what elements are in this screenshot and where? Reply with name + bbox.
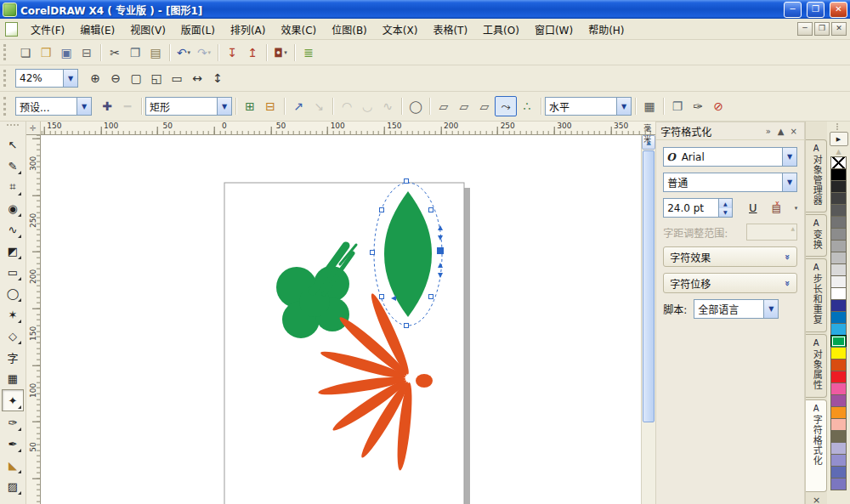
spin-down-icon[interactable]: ▼: [719, 208, 732, 218]
chevron-down-icon[interactable]: ▼: [616, 98, 631, 115]
color-swatch[interactable]: [830, 335, 847, 348]
color-swatch[interactable]: [830, 442, 847, 455]
shape-combo[interactable]: 矩形 ▼: [145, 97, 232, 116]
toolbar-grip[interactable]: [3, 97, 12, 116]
menu-item-7[interactable]: 文本(X): [375, 20, 426, 39]
scrollbar-track[interactable]: [642, 423, 655, 504]
menu-item-3[interactable]: 版面(L): [173, 20, 223, 39]
toolbar-grip[interactable]: [3, 70, 12, 87]
color-swatch[interactable]: [830, 192, 847, 205]
smart-fill-tool[interactable]: ◩: [3, 241, 23, 261]
save-button[interactable]: ▣: [56, 43, 76, 62]
menu-item-0[interactable]: 文件(F): [23, 20, 72, 39]
font-style-combo[interactable]: 普通 ▼: [663, 173, 797, 192]
color-swatch[interactable]: [830, 371, 847, 383]
redo-button[interactable]: ↷▾: [194, 43, 214, 62]
menu-item-2[interactable]: 视图(V): [122, 20, 173, 39]
underline-button[interactable]: U: [743, 199, 763, 218]
zoom-tool[interactable]: ◉: [3, 198, 23, 218]
paste-button[interactable]: ▤: [145, 43, 166, 62]
color-swatch[interactable]: [830, 311, 847, 324]
undo-button[interactable]: ↶▾: [173, 43, 194, 62]
close-button[interactable]: ✕: [830, 2, 847, 18]
font-size-spinner[interactable]: 24.0 pt ▲▼: [663, 198, 733, 218]
eyedropper-pick-button[interactable]: ✑: [688, 97, 708, 116]
menu-item-9[interactable]: 工具(O): [475, 20, 527, 39]
menu-item-10[interactable]: 窗口(W): [527, 20, 581, 39]
shape-tool[interactable]: ✎: [3, 156, 23, 176]
add-preset-button[interactable]: ✚: [97, 97, 117, 116]
break-nodes-button[interactable]: ↘: [309, 97, 329, 116]
cut-button[interactable]: ✂: [105, 43, 125, 62]
color-swatch[interactable]: [830, 466, 847, 479]
menu-item-4[interactable]: 排列(A): [223, 20, 274, 39]
chevron-down-icon[interactable]: ▾: [208, 49, 212, 56]
zoom-in-button[interactable]: ⊕: [85, 69, 105, 88]
character-effects-section[interactable]: 字符效果 »: [663, 246, 797, 267]
collapse-icon[interactable]: ▲: [774, 127, 787, 136]
envelope-single-arc-button[interactable]: ▱: [454, 97, 474, 116]
chevron-down-icon[interactable]: ▼: [782, 148, 796, 166]
envelope-unconstrained-button[interactable]: ⤳: [495, 96, 517, 116]
character-shift-section[interactable]: 字符位移 »: [663, 273, 797, 293]
polygon-tool[interactable]: ✶: [3, 304, 23, 325]
color-swatch[interactable]: [830, 359, 847, 371]
curve-smooth-button[interactable]: ◡: [357, 97, 377, 116]
remove-preset-button[interactable]: ━: [117, 97, 138, 116]
import-button[interactable]: ↧: [222, 43, 242, 62]
color-swatch[interactable]: [830, 299, 847, 312]
clear-envelope-button[interactable]: ⊘: [708, 97, 728, 116]
chevron-down-icon[interactable]: ▼: [782, 173, 796, 191]
kerning-input[interactable]: ▲: [746, 224, 797, 241]
direction-combo[interactable]: 水平 ▼: [545, 97, 632, 116]
retain-lines-button[interactable]: ▦: [639, 97, 660, 116]
color-swatch[interactable]: [830, 180, 847, 193]
zoom-out-button[interactable]: ⊖: [105, 69, 126, 88]
app-launcher-button[interactable]: ◘▾: [270, 43, 291, 62]
copy-properties-button[interactable]: ❐: [667, 97, 688, 116]
color-swatch[interactable]: [830, 228, 847, 241]
print-button[interactable]: ⊟: [76, 43, 97, 62]
maximize-button[interactable]: ❐: [807, 2, 824, 18]
interactive-distortion-tool[interactable]: ✦: [2, 389, 24, 411]
docker-tab-0[interactable]: A对象管理器: [806, 139, 827, 212]
basic-shapes-tool[interactable]: ◇: [3, 326, 23, 346]
chevron-down-icon[interactable]: ▾: [795, 205, 798, 212]
chevron-down-icon[interactable]: ▼: [63, 70, 77, 87]
curve-wave-button[interactable]: ∿: [377, 97, 398, 116]
new-document-button[interactable]: ❏: [15, 43, 36, 62]
no-color-swatch[interactable]: [830, 156, 847, 169]
color-swatch[interactable]: [830, 240, 847, 252]
mdi-minimize-button[interactable]: ─: [797, 22, 813, 36]
color-swatch[interactable]: [830, 168, 847, 181]
double-chevron-down-icon[interactable]: »: [782, 253, 793, 259]
freehand-tool[interactable]: ∿: [3, 219, 23, 240]
starburst-center-dot[interactable]: [416, 374, 433, 388]
menu-item-11[interactable]: 帮助(H): [581, 20, 632, 39]
scrollbar-thumb[interactable]: [643, 150, 654, 422]
character-effects-button[interactable]: ▤x: [768, 200, 789, 217]
eyedropper-tool[interactable]: ✑: [3, 412, 23, 433]
join-nodes-button[interactable]: ↗: [288, 97, 309, 116]
vertical-ruler[interactable]: 30025020015010050: [26, 135, 41, 504]
docker-tab-2[interactable]: A步长和重复: [806, 258, 827, 332]
options-button[interactable]: ≣: [298, 43, 319, 62]
text-tool[interactable]: 字: [3, 347, 23, 367]
menu-item-1[interactable]: 编辑(E): [72, 20, 122, 39]
color-swatch[interactable]: [830, 394, 847, 407]
palette-flyout-icon[interactable]: ▶: [830, 132, 848, 146]
horizontal-ruler[interactable]: 15010050050100150200250300350毫米: [41, 122, 655, 135]
color-swatch[interactable]: [830, 204, 847, 217]
palette-grip[interactable]: [836, 123, 842, 130]
zoom-page-button[interactable]: ▭: [167, 69, 187, 88]
zoom-page-height-button[interactable]: ↕: [207, 69, 228, 88]
toolbox-grip[interactable]: [7, 124, 19, 131]
open-button[interactable]: ❒: [36, 43, 56, 62]
zoom-selected-button[interactable]: ▢: [126, 69, 146, 88]
zoom-page-width-button[interactable]: ↔: [187, 69, 207, 88]
outline-tool[interactable]: ✒: [3, 433, 23, 454]
color-swatch[interactable]: [830, 454, 847, 467]
minimize-button[interactable]: ─: [784, 2, 802, 18]
color-swatch[interactable]: [830, 287, 847, 300]
color-swatch[interactable]: [830, 323, 847, 336]
